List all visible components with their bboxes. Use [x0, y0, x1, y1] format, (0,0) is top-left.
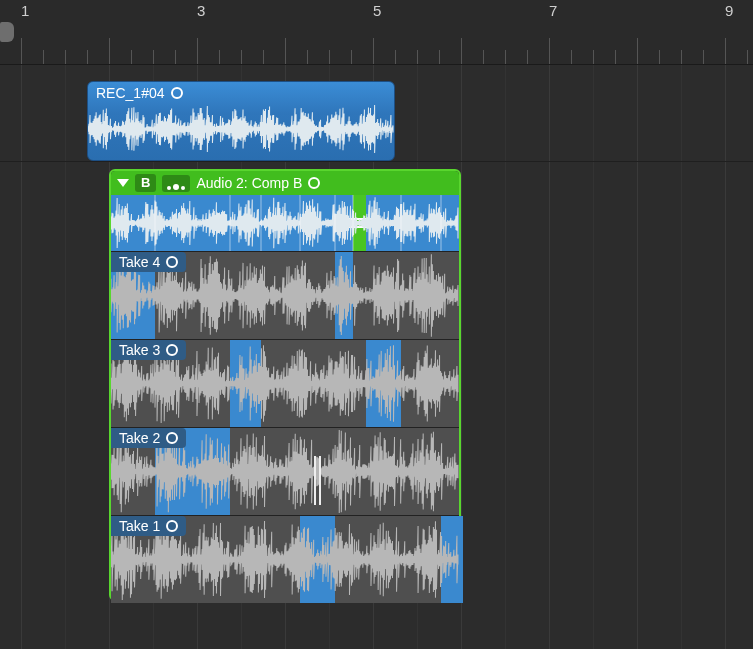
comp-slice-divider[interactable]: [334, 195, 336, 251]
take-label-badge[interactable]: Take 2: [111, 428, 186, 448]
take-label: Take 4: [119, 254, 160, 270]
loop-icon: [171, 87, 183, 99]
arrange-area[interactable]: REC_1#04 B Audio 2: Comp B: [0, 65, 753, 649]
quick-swipe-icon[interactable]: [162, 175, 190, 192]
disclosure-triangle-icon[interactable]: [117, 179, 129, 187]
region-name-label: REC_1#04: [96, 85, 165, 101]
comp-slice-divider[interactable]: [229, 195, 231, 251]
take-label: Take 1: [119, 518, 160, 534]
take-folder-header[interactable]: B Audio 2: Comp B: [111, 171, 459, 195]
take-label-badge[interactable]: Take 3: [111, 340, 186, 360]
loop-icon: [166, 256, 178, 268]
take-label-badge[interactable]: Take 4: [111, 252, 186, 272]
comp-slice-divider[interactable]: [299, 195, 301, 251]
comp-selector-button[interactable]: B: [135, 174, 156, 192]
take-folder-title: Audio 2: Comp B: [196, 175, 302, 191]
ruler-bar-label: 7: [549, 2, 557, 19]
comp-slice-divider[interactable]: [400, 195, 402, 251]
take-lane[interactable]: Take 4: [111, 251, 459, 339]
loop-icon: [166, 344, 178, 356]
take-lane[interactable]: Take 2: [111, 427, 459, 515]
comp-slice-divider[interactable]: [154, 195, 156, 251]
take-label: Take 3: [119, 342, 160, 358]
swipe-cursor-icon[interactable]: [313, 456, 323, 505]
take-lane[interactable]: Take 1: [111, 515, 459, 603]
comp-slice-divider[interactable]: [440, 195, 442, 251]
take-label-badge[interactable]: Take 1: [111, 516, 186, 536]
comp-slice-divider[interactable]: [260, 195, 262, 251]
waveform-icon: [111, 195, 459, 251]
take-folder[interactable]: B Audio 2: Comp B Take 4: [109, 169, 461, 601]
ruler-bar-label: 3: [197, 2, 205, 19]
ruler-bar-label: 5: [373, 2, 381, 19]
timeline-ruler[interactable]: 1 3 5 7 9: [0, 0, 753, 65]
waveform-icon: [88, 102, 394, 156]
ruler-bar-label: 9: [725, 2, 733, 19]
take-lane[interactable]: Take 3: [111, 339, 459, 427]
loop-icon: [308, 177, 320, 189]
take-label: Take 2: [119, 430, 160, 446]
loop-icon: [166, 520, 178, 532]
playhead-marker[interactable]: [0, 22, 14, 42]
loop-icon: [166, 432, 178, 444]
comp-slice-divider[interactable]: [352, 195, 354, 251]
ruler-bar-label: 1: [21, 2, 29, 19]
comp-track-row[interactable]: [111, 195, 459, 251]
audio-region-rec1[interactable]: REC_1#04: [87, 81, 395, 161]
